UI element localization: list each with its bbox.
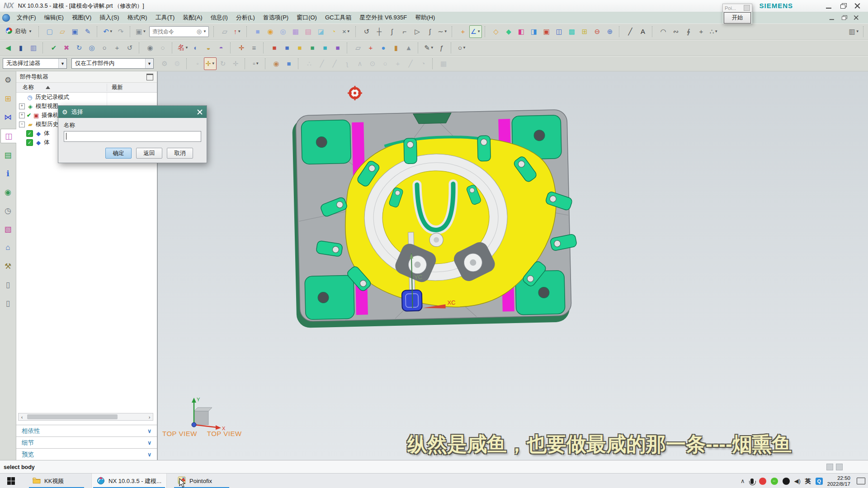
- scrollbar-thumb[interactable]: [27, 414, 118, 419]
- snap-point-on-curve-button[interactable]: +: [392, 57, 404, 70]
- command-finder-field[interactable]: [151, 28, 197, 35]
- command-finder-input[interactable]: ◎▼: [149, 26, 209, 37]
- dialog-close-icon[interactable]: [197, 109, 203, 115]
- rotate-view-button[interactable]: ↺: [123, 42, 136, 54]
- display-part-button[interactable]: ▮: [14, 42, 27, 54]
- child-minimize-button[interactable]: [828, 15, 835, 21]
- divide-curve-button[interactable]: ┼: [373, 25, 386, 38]
- menu-13[interactable]: 帮助(H): [411, 12, 439, 23]
- refresh-button[interactable]: ↻: [73, 42, 85, 54]
- point-set-button[interactable]: ∴▼: [708, 25, 720, 38]
- mold-model[interactable]: YC XC: [280, 96, 601, 363]
- offset-region-button[interactable]: ◆: [502, 25, 515, 38]
- child-close-button[interactable]: [853, 15, 860, 21]
- trim-body-button[interactable]: ×▼: [340, 25, 353, 38]
- snap-control-point-button[interactable]: ╱: [328, 57, 341, 70]
- snap-quadrant-button[interactable]: ⊙: [366, 57, 379, 70]
- new-file-button[interactable]: ▢: [43, 25, 56, 38]
- selection-filter-dropdown[interactable]: 无选择过滤器 ▼: [3, 58, 67, 69]
- pattern-face-button[interactable]: ▤: [302, 25, 315, 38]
- save-as-button[interactable]: ✎: [81, 25, 94, 38]
- boss-button[interactable]: ◉: [264, 25, 277, 38]
- zoom-button[interactable]: ○: [98, 42, 111, 54]
- rect-select-button[interactable]: ▫▼: [250, 57, 262, 70]
- menu-3[interactable]: 插入(S): [95, 12, 123, 23]
- back-button[interactable]: ◀: [2, 42, 14, 54]
- feature-group-red-button[interactable]: ■: [268, 42, 281, 54]
- delete-face-button[interactable]: ▣: [540, 25, 553, 38]
- snap-mid-point-button[interactable]: ╱: [316, 57, 328, 70]
- feature-group-blue-button[interactable]: ■: [281, 42, 293, 54]
- pointofix-window-icon[interactable]: [744, 5, 750, 11]
- history-tab[interactable]: ◷: [1, 204, 15, 217]
- resize-face-button[interactable]: ◨: [528, 25, 540, 38]
- taskbar-item-kk-video[interactable]: KK视频: [27, 474, 86, 488]
- column-latest[interactable]: 最新: [107, 84, 157, 91]
- menu-2[interactable]: 视图(V): [68, 12, 95, 23]
- tree-column-header[interactable]: 名称 最新: [16, 83, 157, 93]
- immediate-hide-button[interactable]: ◓: [215, 42, 227, 54]
- mirror-feature-button[interactable]: ⊞: [578, 25, 591, 38]
- navigator-gear-icon[interactable]: ⚙: [1, 73, 15, 87]
- unite-button[interactable]: ⊕: [604, 25, 616, 38]
- arc-button[interactable]: ◠: [657, 25, 670, 38]
- save-button[interactable]: ▣: [69, 25, 81, 38]
- start-menu-button[interactable]: 启动▼: [2, 26, 36, 37]
- part-navigator-tab[interactable]: ◫: [0, 129, 17, 143]
- ok-button[interactable]: 确定: [105, 148, 132, 159]
- tree-expander-icon[interactable]: −: [19, 122, 25, 127]
- hole-button[interactable]: ◎: [277, 25, 289, 38]
- analysis-chart-button[interactable]: ▥: [27, 42, 40, 54]
- grid-snap-button[interactable]: ▦: [437, 57, 450, 70]
- name-input[interactable]: [64, 131, 201, 142]
- menu-6[interactable]: 装配(A): [179, 12, 206, 23]
- edit-object-display-button[interactable]: ◐: [189, 42, 202, 54]
- snap-end-point-button[interactable]: ∴: [303, 57, 316, 70]
- section-preview[interactable]: 预览∨: [16, 448, 157, 460]
- hd3d-tool-tab[interactable]: ℹ: [1, 167, 15, 180]
- pointofix-start-button[interactable]: 开始: [724, 12, 751, 23]
- detail-filter-button[interactable]: ⚙: [171, 57, 184, 70]
- section-dependencies[interactable]: 相依性∨: [16, 425, 157, 436]
- menu-9[interactable]: 首选项(P): [259, 12, 292, 23]
- chamfer-button[interactable]: ⌐: [398, 25, 411, 38]
- tray-expand-icon[interactable]: ∧: [741, 478, 745, 484]
- status-grid-icon[interactable]: [826, 464, 833, 470]
- name-display-button[interactable]: 名▼: [177, 42, 189, 54]
- snap-arc-center-button[interactable]: ∧: [354, 57, 366, 70]
- notification-center-icon[interactable]: [857, 478, 865, 484]
- cylinder-button[interactable]: ▮: [390, 42, 402, 54]
- feature-group-yellow-button[interactable]: ■: [293, 42, 306, 54]
- window-layout-button[interactable]: ▥▼: [848, 25, 860, 38]
- feature-group-purple-button[interactable]: ■: [331, 42, 344, 54]
- wcs-orient-button[interactable]: +: [457, 25, 469, 38]
- show-hide-button[interactable]: ◒: [202, 42, 215, 54]
- examine-geometry-button[interactable]: ✔: [47, 42, 60, 54]
- menu-1[interactable]: 编辑(E): [40, 12, 68, 23]
- process-studio-tab[interactable]: ▧: [1, 222, 15, 236]
- select-dialog-header[interactable]: ⚙ 选择: [58, 106, 207, 118]
- trim-curve-button[interactable]: ↺: [360, 25, 373, 38]
- shaded-mode-button[interactable]: ◉: [144, 42, 156, 54]
- menu-5[interactable]: 工具(T): [151, 12, 179, 23]
- assembly-navigator-tab[interactable]: ⊞: [1, 92, 15, 105]
- scroll-left-icon[interactable]: ‹: [19, 414, 25, 420]
- feature-group-cyan-button[interactable]: ■: [319, 42, 331, 54]
- menu-11[interactable]: GC工具箱: [321, 12, 356, 23]
- feature-group-green-button[interactable]: ■: [306, 42, 319, 54]
- window-gallery-tab[interactable]: ▯: [1, 278, 15, 291]
- datum-csys-button[interactable]: +: [364, 42, 377, 54]
- expression-button[interactable]: ƒ: [435, 42, 448, 54]
- menu-4[interactable]: 格式(R): [123, 12, 151, 23]
- minimize-button[interactable]: [825, 3, 833, 9]
- circle-tool-button[interactable]: ○▼: [456, 42, 468, 54]
- edit-feature-button[interactable]: ✎▼: [423, 42, 435, 54]
- orient-view-button[interactable]: ▣▼: [135, 25, 147, 38]
- reuse-library-tab[interactable]: ▤: [1, 148, 15, 162]
- snap-intersection-button[interactable]: ʅ: [341, 57, 354, 70]
- close-button[interactable]: [854, 3, 862, 9]
- cancel-button[interactable]: 取消: [167, 148, 193, 159]
- offset-curve-button[interactable]: ▷: [411, 25, 424, 38]
- copy-face-button[interactable]: ◫: [553, 25, 566, 38]
- section-details[interactable]: 细节∨: [16, 436, 157, 448]
